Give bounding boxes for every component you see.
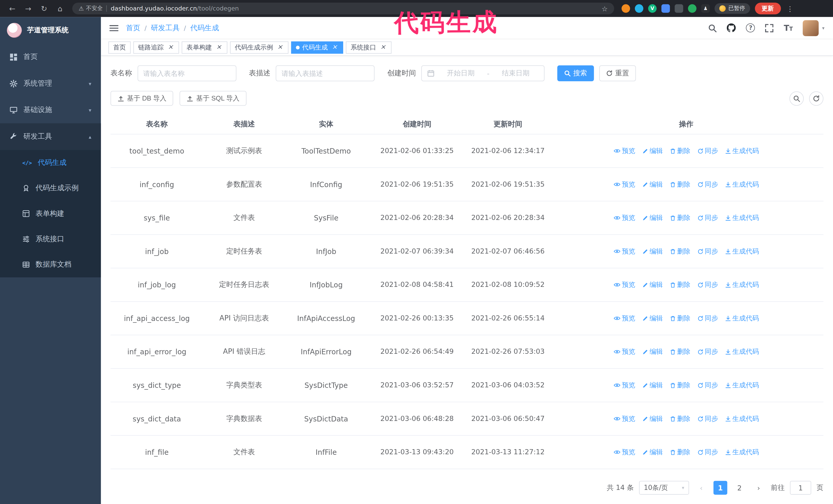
generate-code-action[interactable]: 生成代码 bbox=[725, 180, 759, 189]
preview-action[interactable]: 预览 bbox=[613, 213, 635, 222]
font-size-icon[interactable]: TT bbox=[784, 23, 793, 33]
sidebar-item-form-builder[interactable]: 表单构建 bbox=[0, 201, 101, 226]
generate-code-action[interactable]: 生成代码 bbox=[725, 314, 759, 323]
url-text[interactable]: dashboard.yudao.iocoder.cn/tool/codegen bbox=[111, 5, 239, 12]
preview-action[interactable]: 预览 bbox=[613, 146, 635, 155]
generate-code-action[interactable]: 生成代码 bbox=[725, 347, 759, 356]
delete-action[interactable]: 删除 bbox=[670, 146, 690, 155]
tab-close-icon[interactable]: × bbox=[167, 44, 174, 51]
sync-action[interactable]: 同步 bbox=[697, 448, 718, 457]
tab[interactable]: 代码生成 × bbox=[291, 41, 343, 54]
browser-home-icon[interactable]: ⌂ bbox=[53, 4, 67, 13]
tab[interactable]: 链路追踪 × bbox=[133, 41, 179, 54]
preview-action[interactable]: 预览 bbox=[613, 448, 635, 457]
tab-close-icon[interactable]: × bbox=[331, 44, 338, 51]
sidebar-item-system-api[interactable]: 系统接口 bbox=[0, 226, 101, 252]
sync-action[interactable]: 同步 bbox=[697, 414, 718, 423]
preview-action[interactable]: 预览 bbox=[613, 314, 635, 323]
search-button[interactable]: 搜索 bbox=[557, 65, 594, 81]
extension-icon[interactable]: V bbox=[648, 4, 657, 13]
preview-action[interactable]: 预览 bbox=[613, 414, 635, 423]
edit-action[interactable]: 编辑 bbox=[642, 146, 663, 155]
sync-action[interactable]: 同步 bbox=[697, 180, 718, 189]
edit-action[interactable]: 编辑 bbox=[642, 381, 663, 390]
preview-action[interactable]: 预览 bbox=[613, 381, 635, 390]
generate-code-action[interactable]: 生成代码 bbox=[725, 146, 759, 155]
chrome-update-button[interactable]: 更新 bbox=[755, 3, 781, 14]
edit-action[interactable]: 编辑 bbox=[642, 180, 663, 189]
delete-action[interactable]: 删除 bbox=[670, 280, 690, 289]
import-db-button[interactable]: 基于 DB 导入 bbox=[111, 91, 173, 105]
tab-close-icon[interactable]: × bbox=[379, 44, 387, 51]
table-name-input[interactable] bbox=[143, 69, 231, 77]
extension-icon[interactable] bbox=[674, 4, 683, 13]
tab[interactable]: 首页 bbox=[109, 41, 131, 54]
sync-action[interactable]: 同步 bbox=[697, 146, 718, 155]
chrome-menu-icon[interactable]: ⋮ bbox=[787, 5, 793, 13]
sync-action[interactable]: 同步 bbox=[697, 280, 718, 289]
reset-button[interactable]: 重置 bbox=[599, 65, 636, 81]
goto-page-input[interactable] bbox=[790, 481, 811, 495]
extension-icon[interactable] bbox=[622, 4, 630, 13]
edit-action[interactable]: 编辑 bbox=[642, 314, 663, 323]
sidebar-item-devtools[interactable]: 研发工具 ▴ bbox=[0, 123, 101, 150]
tab-close-icon[interactable]: × bbox=[215, 44, 222, 51]
next-page-button[interactable]: › bbox=[752, 481, 766, 495]
sidebar-item-codegen[interactable]: </> 代码生成 bbox=[0, 150, 101, 175]
sync-action[interactable]: 同步 bbox=[697, 314, 718, 323]
fullscreen-icon[interactable] bbox=[765, 24, 774, 32]
tab[interactable]: 代码生成示例 × bbox=[230, 41, 288, 54]
edit-action[interactable]: 编辑 bbox=[642, 213, 663, 222]
edit-action[interactable]: 编辑 bbox=[642, 414, 663, 423]
preview-action[interactable]: 预览 bbox=[613, 247, 635, 256]
generate-code-action[interactable]: 生成代码 bbox=[725, 247, 759, 256]
sidebar-item-codegen-example[interactable]: 代码生成示例 bbox=[0, 175, 101, 201]
delete-action[interactable]: 删除 bbox=[670, 381, 690, 390]
preview-action[interactable]: 预览 bbox=[613, 280, 635, 289]
edit-action[interactable]: 编辑 bbox=[642, 247, 663, 256]
sync-action[interactable]: 同步 bbox=[697, 347, 718, 356]
generate-code-action[interactable]: 生成代码 bbox=[725, 381, 759, 390]
github-icon[interactable] bbox=[727, 23, 736, 32]
import-sql-button[interactable]: 基于 SQL 导入 bbox=[180, 91, 246, 105]
generate-code-action[interactable]: 生成代码 bbox=[725, 280, 759, 289]
browser-forward-icon[interactable]: → bbox=[21, 4, 35, 13]
date-range-picker[interactable]: 开始日期 - 结束日期 bbox=[421, 65, 545, 81]
sidebar-item-home[interactable]: 首页 bbox=[0, 44, 101, 70]
tab[interactable]: 表单构建 × bbox=[182, 41, 227, 54]
address-bar[interactable]: ⚠ 不安全 dashboard.yudao.iocoder.cn/tool/co… bbox=[72, 3, 614, 14]
generate-code-action[interactable]: 生成代码 bbox=[725, 448, 759, 457]
browser-reload-icon[interactable]: ↻ bbox=[37, 4, 51, 13]
preview-action[interactable]: 预览 bbox=[613, 180, 635, 189]
browser-back-icon[interactable]: ← bbox=[5, 4, 19, 13]
extension-icon[interactable] bbox=[662, 4, 670, 13]
preview-action[interactable]: 预览 bbox=[613, 347, 635, 356]
breadcrumb-home[interactable]: 首页 bbox=[126, 23, 140, 32]
extension-icon[interactable]: ♟ bbox=[701, 4, 710, 13]
prev-page-button[interactable]: ‹ bbox=[694, 481, 708, 495]
refresh-table-button[interactable] bbox=[809, 91, 824, 105]
delete-action[interactable]: 删除 bbox=[670, 314, 690, 323]
toggle-search-button[interactable] bbox=[789, 91, 804, 105]
collapse-menu-icon[interactable] bbox=[110, 24, 118, 31]
help-icon[interactable]: ? bbox=[746, 23, 755, 32]
bookmark-star-icon[interactable]: ☆ bbox=[601, 5, 608, 13]
sidebar-item-system[interactable]: 系统管理 ▾ bbox=[0, 70, 101, 97]
search-icon[interactable] bbox=[709, 24, 717, 32]
delete-action[interactable]: 删除 bbox=[670, 180, 690, 189]
extension-icon[interactable] bbox=[635, 4, 643, 13]
security-chip[interactable]: ⚠ 不安全 bbox=[79, 5, 103, 12]
paused-badge[interactable]: 已暂停 bbox=[715, 3, 750, 14]
delete-action[interactable]: 删除 bbox=[670, 414, 690, 423]
breadcrumb-devtools[interactable]: 研发工具 bbox=[151, 23, 180, 32]
page-2-button[interactable]: 2 bbox=[733, 481, 746, 495]
tab[interactable]: 系统接口 × bbox=[346, 41, 391, 54]
sync-action[interactable]: 同步 bbox=[697, 213, 718, 222]
user-menu[interactable]: ▾ bbox=[803, 20, 825, 36]
delete-action[interactable]: 删除 bbox=[670, 247, 690, 256]
delete-action[interactable]: 删除 bbox=[670, 448, 690, 457]
delete-action[interactable]: 删除 bbox=[670, 347, 690, 356]
sidebar-item-db-docs[interactable]: 数据库文档 bbox=[0, 252, 101, 277]
sync-action[interactable]: 同步 bbox=[697, 247, 718, 256]
tab-close-icon[interactable]: × bbox=[276, 44, 284, 51]
